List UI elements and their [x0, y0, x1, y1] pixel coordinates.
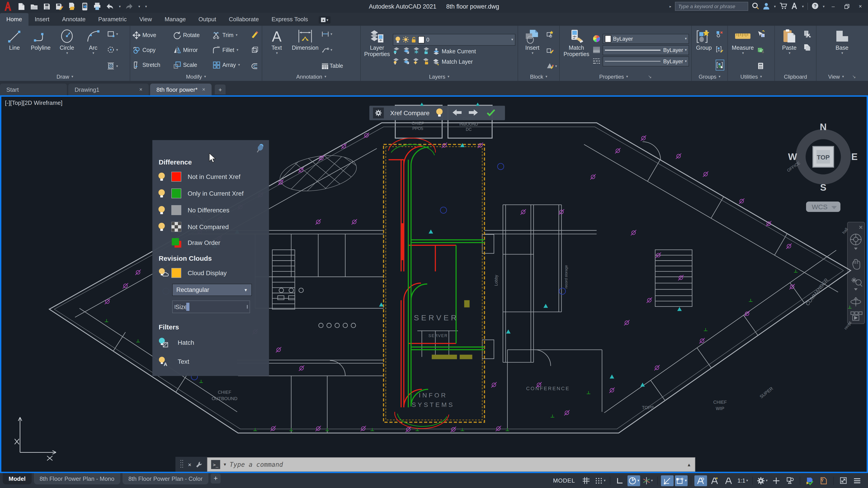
ribbon-tab-express-tools[interactable]: Express Tools	[265, 13, 314, 26]
groups-panel-label[interactable]: Groups▾	[692, 72, 727, 81]
annotation-monitor-toggle[interactable]	[770, 475, 782, 486]
erase-button[interactable]	[251, 29, 258, 38]
clean-screen-toggle[interactable]	[817, 475, 830, 486]
utilities-panel-label[interactable]: Utilities▾	[728, 72, 774, 81]
ribbon-tab-manage[interactable]: Manage	[158, 13, 192, 26]
help-caret[interactable]: ▾	[823, 4, 825, 8]
ungroup-button[interactable]	[716, 29, 724, 38]
not-compared-swatch[interactable]	[171, 222, 181, 232]
block-attributes-button[interactable]: ▾	[546, 61, 557, 70]
line-button[interactable]: Line	[2, 28, 27, 72]
redo-dropdown-caret[interactable]: ▾	[138, 4, 140, 8]
leader-button[interactable]: ▾	[321, 45, 343, 55]
fullscreen-toggle[interactable]	[837, 475, 849, 486]
layer-isolate-button[interactable]	[403, 47, 410, 56]
no-differences-swatch[interactable]	[171, 205, 181, 215]
visibility-bulb-icon[interactable]	[158, 222, 171, 232]
hatch-tool-button[interactable]: ▾	[107, 61, 118, 70]
hatch-bulb-icon[interactable]	[158, 337, 171, 348]
create-block-button[interactable]	[546, 29, 557, 38]
trim-button[interactable]: Trim▾	[213, 31, 249, 39]
undo-icon[interactable]	[106, 2, 114, 10]
ribbon-tab-output[interactable]: Output	[192, 13, 222, 26]
annotation-panel-label[interactable]: Annotation▾	[262, 72, 360, 81]
viewport-controls-label[interactable]: [-][Top][2D Wireframe]	[5, 99, 62, 106]
view-panel-label[interactable]: View▾↘	[816, 72, 868, 81]
visibility-bulb-icon[interactable]	[158, 172, 171, 182]
minimize-button[interactable]: –	[828, 2, 838, 11]
save-as-icon[interactable]	[55, 2, 63, 10]
copy-clip-button[interactable]	[803, 42, 811, 51]
ribbon-tab-view[interactable]: View	[133, 13, 158, 26]
grid-toggle[interactable]	[580, 475, 593, 486]
redo-icon[interactable]	[125, 2, 133, 10]
viewcube-north[interactable]: N	[820, 122, 827, 132]
draw-panel-label[interactable]: Draw▾	[0, 72, 130, 81]
visibility-bulb-icon[interactable]	[158, 205, 171, 215]
explode-button[interactable]	[251, 45, 258, 55]
xref-settings-button[interactable]	[373, 107, 384, 119]
polar-tracking-toggle[interactable]: ▾	[627, 475, 640, 486]
annotation-scale-value[interactable]: 1:1▾	[737, 475, 749, 486]
layout-tab-color[interactable]: 8th Floor Power Plan - Color	[123, 473, 209, 484]
draw-order-swatch[interactable]	[171, 238, 181, 248]
select-similar-button[interactable]	[757, 45, 765, 55]
ribbon-tab-parametric[interactable]: Parametric	[92, 13, 133, 26]
isolate-objects-toggle[interactable]	[784, 475, 797, 486]
copy-button[interactable]: Copy	[132, 46, 169, 54]
layout-tab-mono[interactable]: 8th Floor Power Plan - Mono	[34, 473, 120, 484]
pin-icon[interactable]	[256, 144, 265, 154]
command-dropdown-caret[interactable]: ▼	[223, 462, 227, 467]
mirror-button[interactable]: Mirror	[173, 46, 209, 54]
array-button[interactable]: Array▾	[213, 61, 249, 69]
ribbon-tab-home[interactable]: Home	[0, 13, 28, 26]
table-button[interactable]: Table	[321, 61, 343, 70]
save-to-web-icon[interactable]	[81, 2, 89, 10]
paste-button[interactable]: Paste▾	[777, 28, 802, 72]
layer-freeze-button[interactable]	[413, 47, 420, 56]
object-snap-tracking-toggle[interactable]	[661, 475, 674, 486]
file-tab-8th-floor-power[interactable]: 8th floor power*×	[150, 84, 212, 95]
plot-icon[interactable]	[93, 2, 101, 10]
arc-button[interactable]: Arc▾	[81, 28, 105, 72]
group-selection-toggle[interactable]	[716, 60, 724, 70]
scale-button[interactable]: Scale	[173, 61, 209, 69]
measure-button[interactable]: Measure▾	[730, 28, 755, 72]
cloud-shape-select[interactable]: Rectangular ▼	[172, 284, 252, 296]
wcs-menu[interactable]: WCS	[806, 201, 840, 212]
viewcube-west[interactable]: W	[788, 151, 797, 162]
viewcube-south[interactable]: S	[820, 182, 827, 193]
stretch-button[interactable]: Stretch	[132, 61, 169, 69]
layer-thaw-button[interactable]	[413, 57, 420, 66]
viewcube-east[interactable]: E	[851, 151, 858, 162]
rectangle-tool-button[interactable]: ▾	[107, 29, 118, 38]
search-collapse-caret[interactable]: ▸	[670, 4, 671, 8]
xref-toggle-bulb-icon[interactable]	[436, 108, 443, 118]
quick-calculator-button[interactable]	[757, 61, 765, 70]
new-layout-button[interactable]: +	[211, 474, 221, 484]
qat-customize-caret[interactable]: ▾	[145, 4, 147, 8]
rotate-button[interactable]: Rotate	[173, 31, 209, 39]
block-panel-label[interactable]: Block▾	[518, 72, 559, 81]
ortho-toggle[interactable]	[614, 475, 626, 486]
restore-button[interactable]	[842, 2, 852, 11]
sign-in-icon[interactable]	[763, 2, 770, 11]
layer-properties-button[interactable]: Layer Properties	[363, 28, 391, 72]
base-button[interactable]: Base▾	[830, 28, 854, 72]
clipboard-panel-label[interactable]: Clipboard	[775, 72, 816, 81]
linetype-select[interactable]: ByLayer▾	[602, 56, 689, 66]
match-layer-button[interactable]: Match Layer	[433, 58, 473, 65]
ribbon-tab-collaborate[interactable]: Collaborate	[222, 13, 265, 26]
save-icon[interactable]	[42, 2, 51, 10]
only-in-current-xref-swatch[interactable]	[171, 188, 181, 198]
isometric-drafting-toggle[interactable]: ▾	[642, 475, 654, 486]
cloud-display-swatch[interactable]	[171, 268, 181, 278]
quick-select-button[interactable]	[757, 29, 765, 38]
ellipse-tool-button[interactable]: ▾	[107, 45, 118, 55]
move-button[interactable]: Move	[132, 31, 169, 39]
close-button[interactable]: ×	[855, 2, 865, 11]
circle-button[interactable]: Circle▾	[55, 28, 79, 72]
layer-lock-button[interactable]	[423, 47, 430, 56]
xref-previous-button[interactable]	[452, 109, 462, 117]
autodesk-a-caret[interactable]: ▾	[802, 4, 804, 8]
